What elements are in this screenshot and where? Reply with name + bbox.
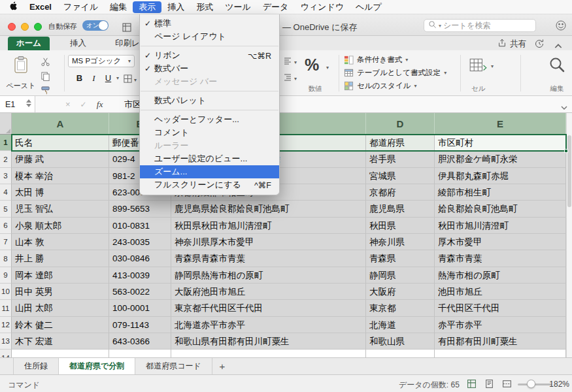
row-header-5[interactable]: 5: [0, 201, 12, 217]
ribbon-style-button-1[interactable]: テーブルとして書式設定▾: [344, 67, 446, 79]
align-top-button[interactable]: ▾: [283, 56, 297, 68]
cell-A12[interactable]: 鈴木 健二: [12, 317, 109, 333]
close-window-button[interactable]: [8, 23, 16, 31]
align-bottom-button[interactable]: ▾: [283, 73, 297, 84]
name-box-stepper[interactable]: [26, 99, 31, 107]
cell-E2[interactable]: 胆沢郡金ケ崎町永栄: [435, 151, 566, 167]
cell-B14[interactable]: [109, 350, 171, 357]
cell-E3[interactable]: 伊具郡丸森町赤堀: [435, 168, 566, 184]
menubar-item-2[interactable]: 編集: [104, 1, 133, 13]
cell-A13[interactable]: 木下 宏道: [12, 333, 109, 350]
cell-D11[interactable]: 東京都: [366, 300, 435, 316]
column-header-E[interactable]: E: [435, 113, 566, 135]
cell-B5[interactable]: 899-5653: [109, 201, 171, 217]
cancel-entry-icon[interactable]: ×: [65, 99, 71, 109]
cell-C10[interactable]: 大阪府池田市旭丘: [171, 284, 366, 300]
menubar-item-7[interactable]: データ: [257, 1, 295, 13]
ribbon-style-button-2[interactable]: セルのスタイル▾: [344, 80, 446, 92]
view-menu-item-10[interactable]: コメント: [140, 126, 279, 139]
cell-B6[interactable]: 010-0831: [109, 218, 171, 234]
cell-B13[interactable]: 643-0366: [109, 333, 171, 350]
copy-icon[interactable]: [41, 71, 50, 81]
page-layout-view-icon[interactable]: [484, 379, 494, 389]
cell-E12[interactable]: 赤平市赤平: [435, 317, 566, 333]
cut-icon[interactable]: [41, 57, 50, 67]
borders-button[interactable]: ▾: [123, 74, 137, 86]
row-header-11[interactable]: 11: [0, 300, 12, 316]
view-menu-item-0[interactable]: ✓標準: [140, 17, 279, 30]
cell-E6[interactable]: 秋田市旭川清澄町: [435, 218, 566, 234]
view-menu-item-9[interactable]: ヘッダーとフッター...: [140, 113, 279, 126]
sheet-tab-0[interactable]: 住所録: [13, 358, 59, 374]
minimize-window-button[interactable]: [21, 23, 29, 31]
row-header-9[interactable]: 9: [0, 267, 12, 284]
row-header-12[interactable]: 12: [0, 317, 12, 333]
paste-button[interactable]: ペースト: [5, 54, 37, 92]
cell-E4[interactable]: 綾部市相生町: [435, 184, 566, 201]
cell-E11[interactable]: 千代田区千代田: [435, 300, 566, 316]
cell-C8[interactable]: 青森県青森市青葉: [171, 250, 366, 267]
vertical-scrollbar[interactable]: [566, 113, 572, 357]
ribbon-style-button-0[interactable]: 条件付き書式▾: [344, 54, 446, 66]
name-box[interactable]: E1: [0, 96, 35, 112]
menubar-item-8[interactable]: ウィンドウ: [294, 1, 350, 13]
cell-A10[interactable]: 田中 英男: [12, 284, 109, 300]
cell-B8[interactable]: 030-0846: [109, 250, 171, 267]
row-header-3[interactable]: 3: [0, 168, 12, 184]
cell-E8[interactable]: 青森市青葉: [435, 250, 566, 267]
cell-A6[interactable]: 小泉 順太郎: [12, 218, 109, 234]
cell-B12[interactable]: 079-1143: [109, 317, 171, 333]
row-header-7[interactable]: 7: [0, 234, 12, 250]
cell-D6[interactable]: 秋田県: [366, 218, 435, 234]
find-button[interactable]: [548, 56, 566, 74]
row-header-6[interactable]: 6: [0, 218, 12, 234]
autosave-toggle[interactable]: オン: [82, 20, 109, 31]
cell-D13[interactable]: 和歌山県: [366, 333, 435, 350]
expand-formula-bar-icon[interactable]: [560, 101, 568, 108]
cell-B9[interactable]: 413-0039: [109, 267, 171, 284]
menubar-item-9[interactable]: ヘルプ: [350, 1, 388, 13]
cells-button[interactable]: [468, 56, 488, 75]
cell-A5[interactable]: 児玉 智弘: [12, 201, 109, 217]
cell-D5[interactable]: 鹿児島県: [366, 201, 435, 217]
cell-D1[interactable]: 都道府県: [366, 135, 435, 151]
menubar-item-5[interactable]: 形式: [190, 1, 219, 13]
collapse-ribbon-icon[interactable]: [554, 40, 563, 46]
cell-A14[interactable]: [12, 350, 109, 357]
cell-D9[interactable]: 静岡県: [366, 267, 435, 284]
version-history-icon[interactable]: [534, 39, 545, 49]
view-menu-item-14[interactable]: フルスクリーンにする^⌘F: [140, 178, 279, 191]
row-header-14[interactable]: 14: [0, 350, 12, 357]
percent-style-button[interactable]: %: [305, 56, 319, 74]
cell-A9[interactable]: 岡本 達郎: [12, 267, 109, 284]
underline-button[interactable]: U: [102, 72, 114, 84]
cell-C14[interactable]: [171, 350, 366, 357]
format-painter-icon[interactable]: [41, 86, 50, 95]
search-input[interactable]: [443, 21, 531, 30]
view-menu-item-13[interactable]: ズーム...: [140, 165, 279, 178]
menubar-item-3[interactable]: 表示: [133, 1, 161, 13]
cell-D10[interactable]: 大阪府: [366, 284, 435, 300]
view-menu-item-12[interactable]: ユーザー設定のビュー...: [140, 152, 279, 165]
select-all-corner[interactable]: [0, 113, 12, 135]
row-header-1[interactable]: 1: [0, 135, 12, 151]
apple-menu[interactable]: [4, 1, 24, 13]
cell-A11[interactable]: 山田 太郎: [12, 300, 109, 316]
cell-C9[interactable]: 静岡県熱海市相の原町: [171, 267, 366, 284]
cell-D14[interactable]: [366, 350, 435, 357]
cell-D4[interactable]: 京都府: [366, 184, 435, 201]
cell-C13[interactable]: 和歌山県有田郡有田川町粟生: [171, 333, 366, 350]
share-button[interactable]: 共有: [497, 38, 526, 50]
cell-D12[interactable]: 北海道: [366, 317, 435, 333]
cell-B7[interactable]: 243-0035: [109, 234, 171, 250]
row-header-10[interactable]: 10: [0, 284, 12, 300]
row-header-2[interactable]: 2: [0, 151, 12, 167]
cell-B10[interactable]: 563-0022: [109, 284, 171, 300]
cell-E10[interactable]: 池田市旭丘: [435, 284, 566, 300]
view-menu-item-1[interactable]: ページ レイアウト: [140, 30, 279, 43]
cell-B11[interactable]: 100-0001: [109, 300, 171, 316]
feedback-smiley-icon[interactable]: [555, 20, 567, 31]
menubar-item-0[interactable]: Excel: [24, 1, 58, 13]
bold-button[interactable]: B: [73, 72, 86, 84]
cell-C7[interactable]: 神奈川県厚木市愛甲: [171, 234, 366, 250]
